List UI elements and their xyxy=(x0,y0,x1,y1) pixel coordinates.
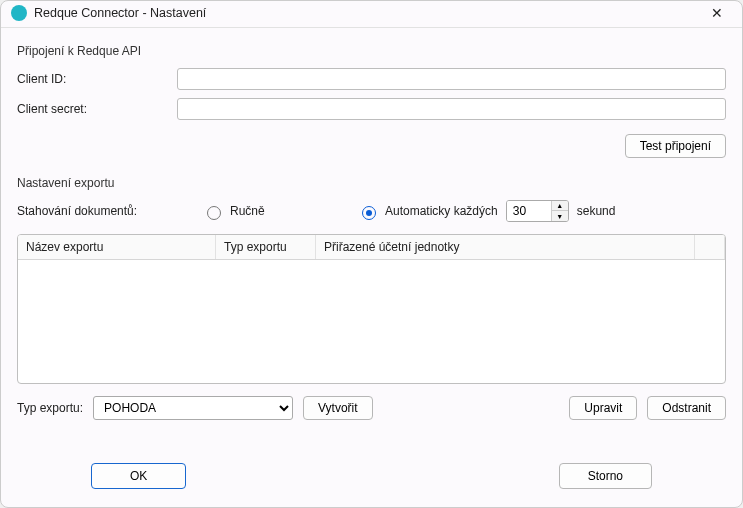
content-area: Připojení k Redque API Client ID: Client… xyxy=(1,28,742,447)
manual-radio[interactable] xyxy=(207,206,221,220)
cancel-button[interactable]: Storno xyxy=(559,463,652,489)
ok-button[interactable]: OK xyxy=(91,463,186,489)
col-spacer-header xyxy=(695,235,725,259)
table-header: Název exportu Typ exportu Přiřazené účet… xyxy=(18,235,725,260)
manual-radio-label: Ručně xyxy=(230,204,265,218)
settings-window: Redque Connector - Nastavení ✕ Připojení… xyxy=(0,0,743,508)
interval-unit-label: sekund xyxy=(577,204,616,218)
client-secret-row: Client secret: xyxy=(17,98,726,120)
delete-button[interactable]: Odstranit xyxy=(647,396,726,420)
export-table: Název exportu Typ exportu Přiřazené účet… xyxy=(17,234,726,384)
client-secret-input[interactable] xyxy=(177,98,726,120)
dialog-footer: OK Storno xyxy=(1,447,742,507)
edit-button[interactable]: Upravit xyxy=(569,396,637,420)
col-units-header[interactable]: Přiřazené účetní jednotky xyxy=(316,235,695,259)
api-section-title: Připojení k Redque API xyxy=(17,44,726,58)
export-section-title: Nastavení exportu xyxy=(17,176,726,190)
export-type-label: Typ exportu: xyxy=(17,401,83,415)
client-id-label: Client ID: xyxy=(17,72,177,86)
interval-input[interactable] xyxy=(507,201,551,221)
table-body[interactable] xyxy=(18,260,725,383)
close-icon[interactable]: ✕ xyxy=(702,5,732,21)
interval-spinner[interactable]: ▲ ▼ xyxy=(506,200,569,222)
window-title: Redque Connector - Nastavení xyxy=(34,6,206,20)
titlebar: Redque Connector - Nastavení ✕ xyxy=(1,1,742,28)
manual-radio-group[interactable]: Ručně xyxy=(202,203,357,220)
app-icon xyxy=(11,5,27,21)
auto-radio-label: Automaticky každých xyxy=(385,204,498,218)
client-id-input[interactable] xyxy=(177,68,726,90)
interval-up-button[interactable]: ▲ xyxy=(552,201,568,211)
col-type-header[interactable]: Typ exportu xyxy=(216,235,316,259)
col-name-header[interactable]: Název exportu xyxy=(18,235,216,259)
test-connection-button[interactable]: Test připojení xyxy=(625,134,726,158)
export-type-select[interactable]: POHODA xyxy=(93,396,293,420)
auto-radio[interactable] xyxy=(362,206,376,220)
auto-radio-group[interactable]: Automaticky každých xyxy=(357,203,498,220)
create-button[interactable]: Vytvořit xyxy=(303,396,373,420)
client-secret-label: Client secret: xyxy=(17,102,177,116)
export-controls-row: Typ exportu: POHODA Vytvořit Upravit Ods… xyxy=(17,396,726,420)
download-label: Stahování dokumentů: xyxy=(17,204,202,218)
client-id-row: Client ID: xyxy=(17,68,726,90)
interval-down-button[interactable]: ▼ xyxy=(552,211,568,221)
download-mode-row: Stahování dokumentů: Ručně Automaticky k… xyxy=(17,200,726,222)
